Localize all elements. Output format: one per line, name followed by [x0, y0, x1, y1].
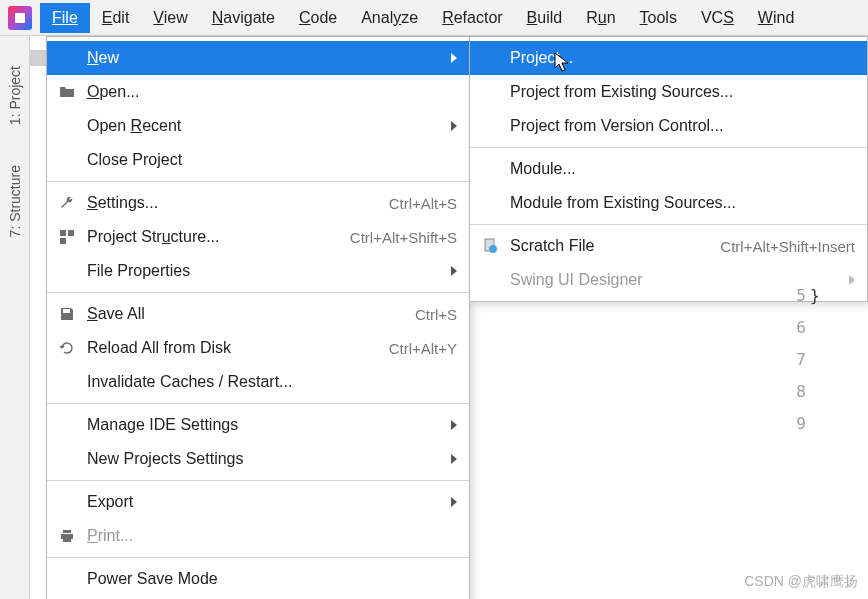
menu-item-new[interactable]: New: [47, 41, 469, 75]
menu-edit[interactable]: Edit: [90, 3, 142, 33]
file-menu-dropdown: New Open... Open Recent Close Project Se…: [46, 36, 470, 599]
folder-icon: [57, 82, 77, 102]
menu-separator: [47, 403, 469, 404]
menu-item-power-save-mode[interactable]: Power Save Mode: [47, 562, 469, 596]
menu-item-file-properties[interactable]: File Properties: [47, 254, 469, 288]
sidebar-tab-structure[interactable]: 7: Structure: [5, 155, 25, 247]
menu-item-project-structure[interactable]: Project Structure... Ctrl+Alt+Shift+S: [47, 220, 469, 254]
svg-rect-1: [68, 230, 74, 236]
menubar: File Edit View Navigate Code Analyze Ref…: [0, 0, 868, 36]
tool-window-bar-left: 1: Project 7: Structure: [0, 36, 30, 599]
editor-gutter: 5 6 7 8 9: [766, 280, 806, 440]
svg-rect-0: [60, 230, 66, 236]
menu-separator: [470, 147, 867, 148]
menu-item-settings[interactable]: Settings... Ctrl+Alt+S: [47, 186, 469, 220]
line-number: 8: [766, 376, 806, 408]
project-structure-icon: [57, 227, 77, 247]
line-number: 5: [766, 280, 806, 312]
print-icon: [57, 526, 77, 546]
submenu-item-project-from-vcs[interactable]: Project from Version Control...: [470, 109, 867, 143]
line-number: 7: [766, 344, 806, 376]
submenu-item-project-from-existing[interactable]: Project from Existing Sources...: [470, 75, 867, 109]
project-view-icon: [30, 50, 46, 66]
sidebar-tab-project[interactable]: 1: Project: [5, 56, 25, 135]
svg-rect-2: [60, 238, 66, 244]
submenu-item-scratch-file[interactable]: Scratch File Ctrl+Alt+Shift+Insert: [470, 229, 867, 263]
menu-code[interactable]: Code: [287, 3, 349, 33]
save-icon: [57, 304, 77, 324]
editor-content[interactable]: }: [810, 280, 868, 312]
menu-vcs[interactable]: VCS: [689, 3, 746, 33]
menu-item-close-project[interactable]: Close Project: [47, 143, 469, 177]
submenu-item-module-from-existing[interactable]: Module from Existing Sources...: [470, 186, 867, 220]
menu-refactor[interactable]: Refactor: [430, 3, 514, 33]
menu-window[interactable]: Wind: [746, 3, 806, 33]
reload-icon: [57, 338, 77, 358]
menu-navigate[interactable]: Navigate: [200, 3, 287, 33]
line-number: 9: [766, 408, 806, 440]
menu-analyze[interactable]: Analyze: [349, 3, 430, 33]
menu-separator: [470, 224, 867, 225]
menu-item-manage-ide-settings[interactable]: Manage IDE Settings: [47, 408, 469, 442]
menu-separator: [47, 480, 469, 481]
menu-file[interactable]: File: [40, 3, 90, 33]
watermark: CSDN @虎啸鹰扬: [744, 573, 858, 591]
submenu-item-project[interactable]: Project...: [470, 41, 867, 75]
chevron-right-icon: [451, 420, 457, 430]
menu-build[interactable]: Build: [515, 3, 575, 33]
svg-point-4: [489, 245, 497, 253]
menu-item-print: Print...: [47, 519, 469, 553]
scratch-file-icon: [480, 236, 500, 256]
chevron-right-icon: [451, 454, 457, 464]
menu-view[interactable]: View: [141, 3, 199, 33]
wrench-icon: [57, 193, 77, 213]
menu-item-invalidate-caches[interactable]: Invalidate Caches / Restart...: [47, 365, 469, 399]
menu-item-open[interactable]: Open...: [47, 75, 469, 109]
menu-tools[interactable]: Tools: [628, 3, 689, 33]
menu-item-save-all[interactable]: Save All Ctrl+S: [47, 297, 469, 331]
line-number: 6: [766, 312, 806, 344]
menu-separator: [47, 557, 469, 558]
chevron-right-icon: [451, 266, 457, 276]
submenu-item-module[interactable]: Module...: [470, 152, 867, 186]
menu-separator: [47, 181, 469, 182]
menu-run[interactable]: Run: [574, 3, 627, 33]
menu-item-export[interactable]: Export: [47, 485, 469, 519]
chevron-right-icon: [451, 53, 457, 63]
menu-separator: [47, 292, 469, 293]
mouse-cursor-icon: [554, 52, 570, 74]
submenu-item-swing-ui-designer: Swing UI Designer: [470, 263, 867, 297]
menu-item-new-projects-settings[interactable]: New Projects Settings: [47, 442, 469, 476]
new-submenu: Project... Project from Existing Sources…: [469, 36, 868, 302]
app-icon: [8, 6, 32, 30]
chevron-right-icon: [451, 497, 457, 507]
chevron-right-icon: [451, 121, 457, 131]
menu-item-open-recent[interactable]: Open Recent: [47, 109, 469, 143]
menu-item-reload-from-disk[interactable]: Reload All from Disk Ctrl+Alt+Y: [47, 331, 469, 365]
